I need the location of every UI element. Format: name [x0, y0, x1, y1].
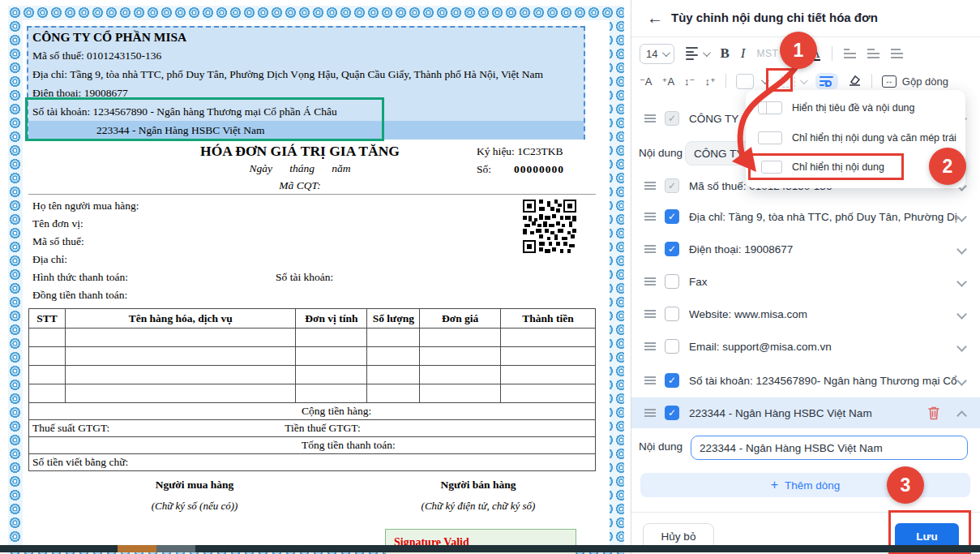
checkbox[interactable]	[665, 339, 679, 354]
content-row-email[interactable]: Email: support@misa.com.vn	[631, 331, 980, 362]
buyer-unit-label: Tên đơn vị:	[32, 217, 83, 230]
drag-handle-icon[interactable]	[644, 244, 656, 254]
checkbox[interactable]	[665, 111, 679, 126]
content-label: Nội dung	[639, 147, 683, 159]
content-row-phone[interactable]: Điện thoại: 19008677	[631, 234, 980, 264]
content-row-bank-account-2[interactable]: 223344 - Ngân Hàng HSBC Việt Nam	[631, 397, 980, 428]
italic-button[interactable]: I	[741, 45, 746, 62]
table-row	[29, 347, 596, 366]
annotation-badge-2: 2	[929, 148, 966, 185]
annotation-badge-3: 3	[887, 466, 924, 504]
invoice-serial: Ký hiệu: 1C23TKB	[477, 145, 563, 158]
back-arrow-icon[interactable]: ←	[647, 9, 663, 28]
chevron-down-icon[interactable]	[956, 341, 967, 352]
clear-format-button[interactable]	[848, 74, 862, 89]
chevron-down-icon[interactable]	[956, 376, 967, 386]
chevron-up-icon[interactable]	[956, 410, 967, 421]
wrap-text-button[interactable]	[815, 73, 838, 89]
company-address[interactable]: Địa chỉ: Tầng 9, tòa nhà TTC, phố Duy Tâ…	[28, 65, 584, 84]
content-row-address[interactable]: Địa chỉ: Tầng 9, tòa nhà TTC, phố Duy Tâ…	[631, 201, 980, 232]
checkbox[interactable]	[665, 406, 679, 420]
line-spacing-large-button[interactable]	[891, 49, 903, 58]
col-qty: Số lượng	[367, 309, 420, 329]
table-row	[29, 329, 596, 347]
menu-item-title-and-content[interactable]: Hiển thị tiêu đề và nội dung	[758, 101, 915, 114]
menu-item-content-only-highlighted[interactable]: Chỉ hiển thị nội dung	[748, 153, 904, 180]
chevron-down-icon[interactable]	[956, 309, 967, 320]
company-tax-code[interactable]: Mã số thuế: 0101243150-136	[28, 46, 584, 65]
drag-handle-icon[interactable]	[644, 212, 656, 221]
checkbox[interactable]	[665, 274, 679, 289]
chevron-down-icon[interactable]	[956, 277, 967, 287]
customize-panel: ← Tùy chỉnh nội dung chi tiết hóa đơn 14…	[631, 0, 980, 554]
checkbox[interactable]	[665, 307, 679, 321]
menu-item-content-left-aligned[interactable]: Chỉ hiển thị nội dung và căn mép trái	[758, 131, 956, 144]
checkbox[interactable]	[665, 373, 679, 388]
buyer-signature-title: Người mua hàng	[73, 479, 316, 492]
scrollbar-thumb-orange[interactable]	[118, 545, 156, 552]
drag-handle-icon[interactable]	[644, 181, 656, 191]
content-input-bank-2[interactable]	[691, 436, 968, 460]
company-name[interactable]: CÔNG TY CỔ PHẦN MISA	[28, 28, 584, 46]
drag-handle-icon[interactable]	[644, 408, 656, 418]
invoice-number: Số:00000000	[477, 163, 564, 176]
tax-rate-label: Thuế suất GTGT:	[32, 422, 109, 435]
menu-item-label: Chỉ hiển thị nội dung	[792, 161, 884, 173]
scrollbar-thumb-gray[interactable]	[156, 545, 195, 552]
drag-handle-icon[interactable]	[644, 376, 656, 385]
fill-color-dropdown[interactable]	[736, 74, 767, 89]
font-size-value: 14	[646, 48, 657, 60]
drag-handle-icon[interactable]	[644, 114, 656, 123]
row-label: Số tài khoản: 1234567890- Ngân hàng Thươ…	[689, 375, 958, 387]
font-size-select[interactable]: 14	[640, 44, 674, 64]
row-label: Điện thoại: 19008677	[689, 243, 958, 256]
content-row-fax[interactable]: Fax	[631, 266, 980, 297]
menu-item-label: Hiển thị tiêu đề và nội dung	[792, 102, 915, 114]
text-align-dropdown[interactable]	[686, 47, 708, 60]
merge-rows-icon: ↔	[882, 75, 897, 88]
checkbox[interactable]	[665, 242, 679, 256]
content-row-bank-account[interactable]: Số tài khoản: 1234567890- Ngân hàng Thươ…	[631, 365, 980, 396]
header-divider-line	[28, 194, 596, 195]
toolbar-divider	[871, 74, 872, 88]
toolbar-row-2: ⁻A ⁺A ↕⁻ ↕⁺	[640, 70, 948, 92]
drag-handle-icon[interactable]	[644, 309, 656, 319]
decrease-font-button[interactable]: ⁻A	[640, 75, 653, 88]
subtotal-label: Cộng tiền hàng:	[302, 405, 592, 418]
table-row	[29, 384, 596, 403]
invoice-preview-pane: CÔNG TY CỔ PHẦN MISA Mã số thuế: 0101243…	[0, 0, 631, 554]
chevron-down-icon[interactable]	[956, 212, 967, 222]
col-amount: Thành tiền	[501, 309, 596, 329]
line-spacing-medium-button[interactable]	[867, 49, 879, 58]
drag-handle-icon[interactable]	[644, 341, 656, 351]
content-left-icon	[758, 131, 782, 144]
bold-button[interactable]: B	[720, 45, 729, 62]
annotation-badge-1: 1	[780, 32, 817, 69]
merge-rows-button[interactable]: ↔ Gộp dòng	[882, 75, 948, 88]
buyer-signature-note: (Chữ ký số (nếu có))	[73, 500, 316, 513]
col-stt: STT	[29, 309, 66, 329]
horizontal-scrollbar[interactable]	[0, 545, 980, 552]
total-row: Tổng tiền thanh toán:	[29, 437, 596, 454]
seller-signature-title: Người bán hàng	[357, 479, 600, 492]
toolbar-divider	[725, 74, 726, 88]
serial-label: Ký hiệu:	[477, 145, 515, 157]
increase-row-height-button[interactable]: ↕⁺	[704, 75, 715, 88]
amount-in-words-label: Số tiền viết bằng chữ:	[32, 456, 592, 469]
buyer-name-label: Họ tên người mua hàng:	[32, 200, 139, 213]
content-row-website[interactable]: Website: www.misa.com	[631, 298, 980, 329]
content-only-icon	[761, 161, 782, 174]
line-spacing-small-button[interactable]	[844, 49, 856, 58]
row-label: Email: support@misa.com.vn	[689, 341, 958, 353]
bank-account-highlight-box	[25, 97, 384, 141]
checkbox[interactable]	[665, 209, 679, 224]
chevron-down-icon[interactable]	[956, 244, 967, 255]
drag-handle-icon[interactable]	[644, 277, 656, 286]
checkbox[interactable]	[665, 178, 679, 193]
delete-row-icon[interactable]	[927, 406, 940, 420]
buyer-address-label: Địa chỉ:	[32, 253, 67, 266]
increase-font-button[interactable]: ⁺A	[662, 75, 675, 88]
currency-label: Đồng tiền thanh toán:	[32, 289, 127, 302]
font-name-label: MST	[756, 48, 778, 59]
decrease-row-height-button[interactable]: ↕⁻	[684, 75, 695, 88]
